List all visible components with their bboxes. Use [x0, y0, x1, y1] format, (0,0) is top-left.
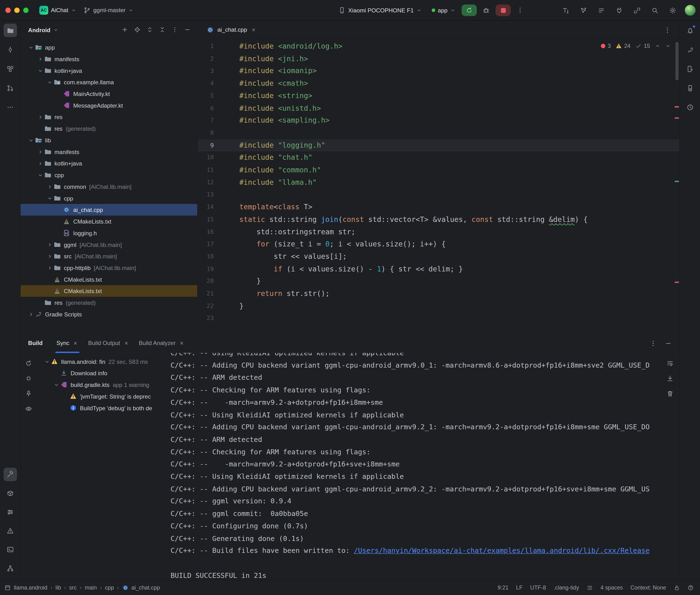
chevron-right-icon[interactable] [46, 265, 54, 271]
code-line-23[interactable]: 23 [198, 312, 679, 324]
file-encoding[interactable]: UTF-8 [530, 585, 546, 591]
code-line-16[interactable]: 16 std::ostringstream str; [198, 226, 679, 238]
chevron-down-icon[interactable] [46, 79, 54, 85]
tree-item-cmakelists-txt[interactable]: CMakeLists.txt [21, 216, 197, 227]
tree-item-com-example-llama[interactable]: com.example.llama [21, 77, 197, 88]
terminal-button[interactable] [3, 543, 17, 556]
analysis-mark[interactable] [674, 282, 679, 283]
tree-item-jvmtarget-string-is-deprec[interactable]: 'jvmTarget: String' is deprec [37, 391, 165, 402]
next-problem-icon[interactable] [665, 43, 670, 49]
soft-wrap-button[interactable] [664, 358, 676, 369]
git-branch-selector[interactable]: ggml-master [80, 5, 137, 16]
device-selector[interactable]: Xiaomi POCOPHONE F1 [335, 5, 425, 16]
code-line-8[interactable]: 8 [198, 127, 679, 139]
tree-item-ai-chat-cpp[interactable]: ai_chat.cpp [21, 204, 197, 216]
ui-tools-button[interactable] [559, 4, 572, 17]
chevron-right-icon[interactable] [36, 114, 44, 120]
run-configuration-selector[interactable]: app [428, 5, 459, 16]
warnings-indicator[interactable]: 24 [616, 43, 631, 49]
breadcrumb-ai-chat-cpp[interactable]: ai_chat.cpp [122, 585, 160, 591]
tree-item-mainactivity-kt[interactable]: MainActivity.kt [21, 88, 197, 100]
project-view-selector[interactable]: Android [28, 27, 58, 33]
code-line-14[interactable]: 14template<class T> [198, 201, 679, 213]
chevron-right-icon[interactable] [36, 161, 44, 166]
gradle-button[interactable] [683, 43, 697, 56]
tree-item-res[interactable]: res(generated) [21, 123, 197, 134]
chevron-right-icon[interactable] [27, 311, 35, 317]
analysis-mark[interactable] [674, 181, 679, 182]
tree-item-llama-android-fin[interactable]: llama.android: fin22 sec, 583 ms [37, 356, 165, 367]
code-line-10[interactable]: 10#include "chat.h" [198, 151, 679, 164]
tree-item-cpp[interactable]: cpp [21, 169, 197, 181]
shared-link-button[interactable] [631, 4, 644, 17]
code-line-21[interactable]: 21 return str.str(); [198, 287, 679, 300]
chevron-down-icon[interactable] [52, 382, 60, 388]
code-line-11[interactable]: 11#include "common.h" [198, 164, 679, 176]
close-tab-icon[interactable] [251, 27, 256, 32]
chevron-down-icon[interactable] [46, 195, 54, 201]
chevron-right-icon[interactable] [36, 149, 44, 154]
tab-build-output[interactable]: Build Output [83, 333, 134, 352]
code-line-22[interactable]: 22} [198, 300, 679, 312]
chevron-down-icon[interactable] [27, 44, 35, 50]
settings-button[interactable] [666, 4, 679, 17]
code-line-20[interactable]: 20 } [198, 275, 679, 287]
add-new-button[interactable] [119, 25, 130, 35]
version-control-button[interactable] [3, 561, 17, 575]
structure-button[interactable] [3, 62, 17, 76]
build-button[interactable] [3, 468, 17, 481]
scroll-to-end-button[interactable] [664, 373, 676, 384]
breadcrumb-main[interactable]: main [85, 585, 97, 591]
pull-requests-button[interactable] [3, 81, 17, 94]
code-line-12[interactable]: 12#include "llama.h" [198, 176, 679, 189]
hide-build-panel-button[interactable] [663, 337, 674, 349]
problems-button[interactable] [3, 524, 17, 537]
tree-item-ggml[interactable]: ggml[AiChat.lib.main] [21, 239, 197, 251]
chevron-down-icon[interactable] [36, 172, 44, 178]
editor-options-button[interactable] [661, 23, 674, 36]
errors-indicator[interactable]: 3 [601, 43, 611, 49]
code-line-9[interactable]: 9#include "logging.h" [198, 139, 679, 151]
tree-item-cmakelists-txt[interactable]: CMakeLists.txt [21, 274, 197, 285]
collapse-all-button[interactable] [157, 25, 168, 35]
tree-item-logging-h[interactable]: logging.h [21, 227, 197, 239]
fullscreen-window-button[interactable] [23, 7, 28, 12]
minimize-window-button[interactable] [14, 7, 20, 12]
rerun-sync-button[interactable] [23, 358, 34, 369]
chevron-down-icon[interactable] [27, 137, 35, 143]
analysis-mark[interactable] [674, 117, 679, 119]
code-line-5[interactable]: 5#include <string> [198, 89, 679, 102]
code-line-13[interactable]: 13 [198, 189, 679, 201]
tree-item-res[interactable]: res [21, 111, 197, 123]
debug-button[interactable] [480, 4, 493, 17]
tab-build-analyzer[interactable]: Build Analyzer [134, 333, 189, 352]
app-quality-insights-button[interactable] [683, 101, 697, 114]
console-build-path-link[interactable]: /Users/hanyin/Workspace/ai-chat/examples… [354, 547, 650, 555]
tree-item-cpp-httplib[interactable]: cpp-httplib[AiChat.lib.main] [21, 262, 197, 274]
notifications-button[interactable] [683, 24, 697, 37]
locate-file-button[interactable] [132, 25, 143, 35]
tree-item-res[interactable]: res(generated) [21, 297, 197, 308]
panel-options-button[interactable] [170, 25, 180, 35]
editor-tab-ai-chat-cpp[interactable]: ai_chat.cpp [201, 20, 261, 39]
preview-button[interactable] [23, 403, 34, 415]
project-selector[interactable]: AC AiChat [36, 4, 80, 16]
lock-icon[interactable] [674, 585, 680, 591]
cursor-position[interactable]: 9:21 [498, 585, 508, 591]
chevron-right-icon[interactable] [46, 253, 54, 259]
stop-sync-button[interactable] [23, 373, 34, 384]
device-explorer-button[interactable] [683, 81, 697, 94]
tree-item-gradle-scripts[interactable]: Gradle Scripts [21, 308, 197, 320]
code-line-19[interactable]: 19 if (i < values.size() - 1) { str << d… [198, 263, 679, 275]
line-separator[interactable]: LF [516, 585, 523, 591]
build-panel-title[interactable]: Build [28, 340, 43, 346]
project-button[interactable] [3, 24, 17, 37]
clear-all-button[interactable] [664, 388, 676, 399]
tree-item-src[interactable]: src[AiChat.lib.main] [21, 251, 197, 262]
passed-indicator[interactable]: 15 [635, 43, 650, 49]
schema-context[interactable]: Context: None [631, 585, 666, 591]
pin-tab-button[interactable] [23, 388, 34, 399]
tree-item-kotlin-java[interactable]: kotlin+java [21, 65, 197, 77]
tree-item-manifests[interactable]: manifests [21, 53, 197, 65]
profile-avatar[interactable] [685, 5, 696, 16]
